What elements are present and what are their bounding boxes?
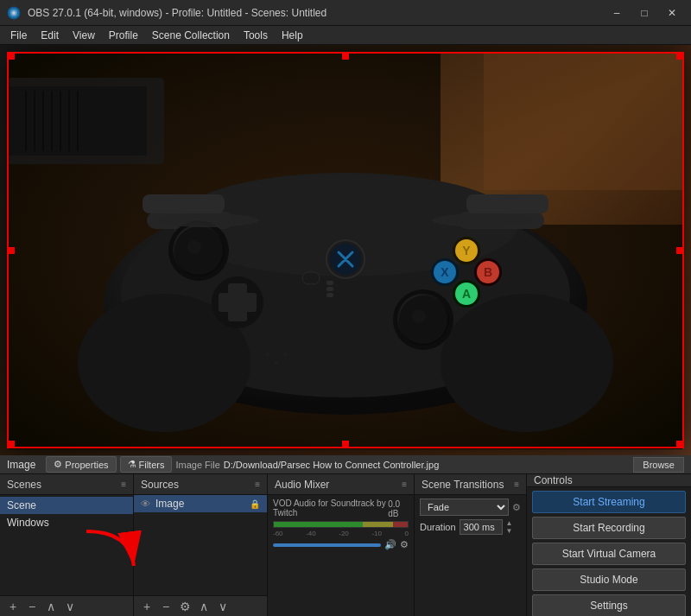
start-streaming-button[interactable]: Start Streaming (532, 491, 686, 513)
audio-track-name: VOD Audio for Soundtrack by Twitch (273, 499, 388, 518)
browse-button[interactable]: Browse (633, 457, 684, 473)
audio-track-header: VOD Audio for Soundtrack by Twitch 0.0 d… (273, 499, 409, 519)
sources-header-icons: ≡ (255, 479, 260, 489)
start-recording-button[interactable]: Start Recording (532, 517, 686, 539)
filters-button[interactable]: ⚗ Filters (120, 456, 173, 473)
close-button[interactable]: ✕ (660, 4, 684, 22)
scenes-remove-button[interactable]: − (24, 599, 40, 614)
menu-file[interactable]: File (3, 28, 34, 43)
audio-header-icons: ≡ (402, 479, 407, 489)
duration-up-arrow[interactable]: ▲ (506, 520, 513, 527)
sources-up-button[interactable]: ∧ (196, 599, 212, 614)
preview-area: Y B X A (0, 45, 691, 455)
svg-point-34 (412, 309, 426, 323)
scenes-menu-icon[interactable]: ≡ (121, 479, 126, 489)
source-label-bar: Image ⚙ Properties ⚗ Filters Image File … (0, 455, 691, 474)
source-name: Image (155, 498, 184, 510)
sources-menu-icon[interactable]: ≡ (255, 479, 260, 489)
audio-scale: -60-40-20-100 (273, 530, 409, 537)
scenes-down-button[interactable]: ∨ (62, 599, 78, 614)
sources-down-button[interactable]: ∨ (215, 599, 231, 614)
transition-row: Fade ⚙ (420, 499, 521, 516)
menu-tools[interactable]: Tools (237, 28, 275, 43)
title-bar-controls[interactable]: – □ ✕ (605, 4, 684, 22)
studio-mode-button[interactable]: Studio Mode (532, 568, 686, 591)
duration-input[interactable] (460, 519, 503, 535)
svg-text:A: A (462, 287, 471, 301)
svg-text:B: B (484, 265, 492, 279)
meter-green (274, 522, 363, 527)
controls-panel: Controls Start Streaming Start Recording… (527, 474, 691, 616)
duration-arrows: ▲ ▼ (506, 520, 513, 535)
audio-db: 0.0 dB (388, 499, 409, 518)
transitions-menu-icon[interactable]: ≡ (514, 479, 519, 489)
controller-preview: Y B X A (9, 52, 682, 449)
duration-row: Duration ▲ ▼ (420, 519, 521, 535)
sources-list: 👁 Image 🔒 (134, 495, 267, 595)
audio-track: VOD Audio for Soundtrack by Twitch 0.0 d… (273, 499, 409, 550)
volume-row: 🔊 ⚙ (273, 539, 409, 550)
svg-rect-38 (326, 281, 333, 285)
scenes-list: Scene Windows (0, 495, 133, 595)
filter-icon: ⚗ (128, 459, 136, 470)
svg-point-18 (441, 294, 613, 432)
obs-icon (7, 6, 21, 20)
menu-help[interactable]: Help (275, 28, 310, 43)
transition-gear-icon[interactable]: ⚙ (512, 502, 521, 513)
svg-point-58 (432, 213, 536, 227)
svg-rect-23 (466, 194, 548, 213)
minimize-button[interactable]: – (605, 4, 629, 22)
menu-bar: File Edit View Profile Scene Collection … (0, 26, 691, 45)
scenes-title: Scenes (7, 479, 41, 491)
menu-profile[interactable]: Profile (102, 28, 145, 43)
svg-rect-40 (326, 293, 333, 297)
volume-slider[interactable] (273, 543, 381, 547)
bottom-panel: Scenes ≡ Scene Windows + − ∧ ∨ Sources ≡… (0, 474, 691, 616)
scene-item-scene[interactable]: Scene (0, 497, 133, 514)
duration-label: Duration (420, 522, 456, 532)
audio-menu-icon[interactable]: ≡ (402, 479, 407, 489)
title-bar: OBS 27.0.1 (64-bit, windows) - Profile: … (0, 0, 691, 26)
title-bar-left: OBS 27.0.1 (64-bit, windows) - Profile: … (7, 6, 326, 20)
menu-edit[interactable]: Edit (34, 28, 66, 43)
sources-add-button[interactable]: + (139, 599, 155, 614)
menu-scene-collection[interactable]: Scene Collection (145, 28, 237, 43)
lock-icon[interactable]: 🔒 (250, 499, 260, 509)
svg-point-57 (155, 213, 259, 227)
svg-point-30 (187, 240, 201, 254)
audio-settings-icon[interactable]: ⚙ (400, 539, 409, 550)
file-path-label: Image File (175, 460, 219, 470)
transition-select[interactable]: Fade (420, 499, 509, 516)
scenes-add-button[interactable]: + (5, 599, 21, 614)
scenes-up-button[interactable]: ∧ (43, 599, 59, 614)
svg-point-54 (266, 352, 269, 356)
audio-meter (273, 521, 409, 528)
sources-settings-button[interactable]: ⚙ (177, 599, 193, 614)
settings-button[interactable]: Settings (532, 594, 686, 616)
sources-panel-header: Sources ≡ (134, 474, 267, 495)
maximize-button[interactable]: □ (632, 4, 656, 22)
duration-down-arrow[interactable]: ▼ (506, 528, 513, 535)
sources-toolbar: + − ⚙ ∧ ∨ (134, 595, 267, 616)
scenes-toolbar: + − ∧ ∨ (0, 595, 133, 616)
transitions-panel: Scene Transitions ≡ Fade ⚙ Duration ▲ ▼ (415, 474, 527, 616)
start-virtual-camera-button[interactable]: Start Virtual Camera (532, 543, 686, 565)
properties-button[interactable]: ⚙ Properties (46, 456, 116, 473)
menu-view[interactable]: View (66, 28, 102, 43)
scenes-panel: Scenes ≡ Scene Windows + − ∧ ∨ (0, 474, 134, 616)
transitions-title: Scene Transitions (422, 479, 504, 491)
source-item-image[interactable]: 👁 Image 🔒 (134, 495, 267, 512)
svg-rect-5 (484, 52, 682, 190)
sources-remove-button[interactable]: − (158, 599, 174, 614)
svg-rect-22 (143, 194, 225, 213)
svg-point-41 (307, 275, 314, 282)
scene-item-windows[interactable]: Windows (0, 514, 133, 531)
transitions-content: Fade ⚙ Duration ▲ ▼ (415, 495, 526, 616)
sources-title: Sources (141, 479, 179, 491)
speaker-icon: 🔊 (384, 539, 396, 550)
eye-icon[interactable]: 👁 (141, 499, 150, 509)
audio-panel: Audio Mixer ≡ VOD Audio for Soundtrack b… (268, 474, 415, 616)
svg-point-2 (12, 11, 16, 15)
meter-red (393, 522, 408, 527)
file-path-value: D:/Download/Parsec How to Connect Contro… (224, 460, 439, 470)
